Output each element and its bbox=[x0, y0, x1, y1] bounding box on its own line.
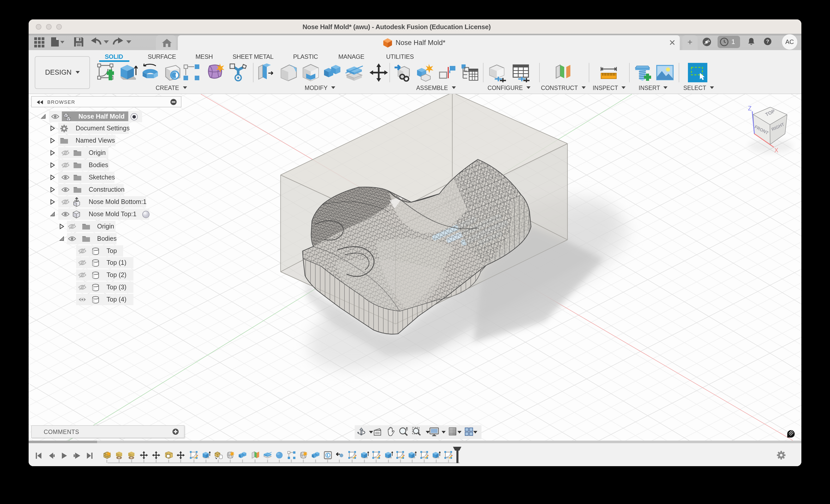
svg-text:X: X bbox=[774, 147, 778, 154]
svg-text:?: ? bbox=[766, 39, 769, 44]
svg-text:Z: Z bbox=[748, 105, 752, 112]
